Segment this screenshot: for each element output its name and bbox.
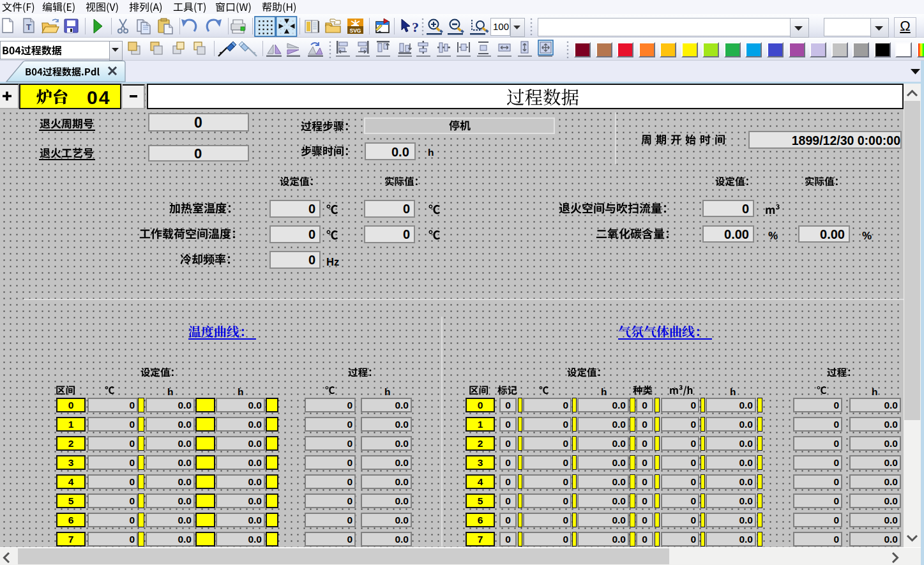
svg-text:?: ? [412,19,419,35]
svg-text:T: T [26,22,31,32]
svg-text:SVG: SVG [350,27,361,34]
